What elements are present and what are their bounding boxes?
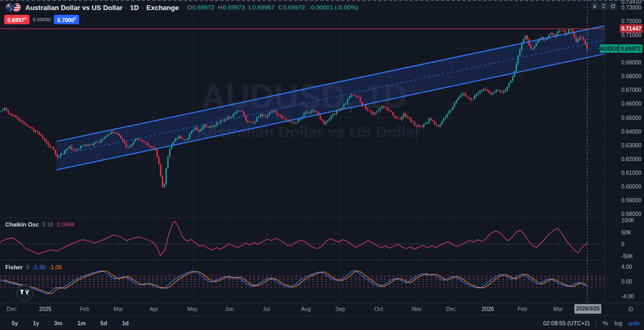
sell-price-button[interactable]: 0.69972 [4,15,30,24]
fisher-indicator-legend[interactable]: Fisher 9 -1.30 -1.05 [5,264,62,270]
low-value: 0.69967 [253,4,275,11]
chaikin-value: 3.046K [56,221,75,228]
price-axis-label: 0.62000 [621,156,641,162]
time-axis-label: Feb [80,306,89,312]
percent-scale-button[interactable]: % [603,320,608,326]
fisher-line [0,270,587,294]
clock[interactable]: 02:08:55 (UTC+2) [543,320,590,326]
time-axis-label: Aug [301,306,311,312]
range-button-5d[interactable]: 5d [93,319,114,327]
fisher-axis-label: 4.00 [621,263,632,270]
fisher-trigger-line [4,271,586,294]
time-axis-label: 2025 [39,306,51,312]
chaikin-name: Chaikin Osc [5,221,39,228]
chart-header: Australian Dollar vs US Dollar · 1D · Ex… [5,3,358,12]
open-value: 0.69972 [193,4,215,11]
spread-value: 0.00030 [33,16,51,22]
chaikin-axis-label: 50K [621,229,631,235]
reset-chart-button[interactable] [609,2,617,10]
chaikin-params: 3 10 [42,221,53,228]
range-button-1m[interactable]: 1m [70,319,93,327]
time-axis-label: Oct [374,306,383,312]
time-axis-label: Apr [150,306,158,312]
timeframe-label[interactable]: 1D [130,4,139,12]
fisher-axis-label: -4.00 [621,293,634,299]
exchange-label[interactable]: Exchange [147,4,179,12]
crosshair-date-label: 2026/3/25 [574,304,601,314]
range-button-5y[interactable]: 5y [4,319,25,327]
time-axis-label: Jun [225,306,234,312]
price-axis-label: 0.68000 [621,73,641,79]
tradingview-chart-window: AUDUSD, 1DAustralian Dollar vs US Dollar… [0,0,644,330]
maximize-pane-button[interactable] [600,2,608,10]
buy-price-button[interactable]: 0.70002 [54,15,79,24]
time-axis-label: Mar [553,306,563,312]
price-axis-label: 0.64000 [621,128,641,135]
price-axis-label: 0.63000 [621,142,641,148]
low-label: L [248,4,252,11]
chaikin-axis-label: 100K [621,217,635,223]
chaikin-indicator-legend[interactable]: Chaikin Osc 3 10 3.046K [5,221,75,228]
high-label: H [218,4,223,11]
time-axis-label: Dec [446,306,456,312]
price-axis-label: 0.61000 [621,169,641,176]
close-label: C [278,4,282,11]
last-price-label: 0.69972 [619,44,642,53]
symbol-title[interactable]: Australian Dollar vs US Dollar [25,4,122,12]
chaikin-axis-label: 0 [621,241,624,247]
time-axis-label: Sep [335,306,345,312]
price-axis-label: 0.69000 [621,59,641,65]
time-axis-label: Mar [113,306,123,312]
tradingview-logo-glyph [20,289,30,297]
toolbar-right: 02:08:55 (UTC+2) % log auto [543,319,640,327]
close-value: 0.69972 [283,4,305,11]
toolbar-divider [596,319,597,327]
chart-plot-area[interactable]: AUDUSD, 1DAustralian Dollar vs US Dollar [0,0,644,303]
price-axis-label: 0.59000 [621,197,641,203]
price-axis-label: 0.73000 [621,4,641,11]
alert-price-label[interactable]: 0.71447 [620,24,643,33]
price-axis-label: 0.60000 [621,183,641,190]
chaikin-line [0,221,587,255]
title-separator: · [125,4,127,12]
title-separator: · [141,4,143,12]
time-axis-label: May [187,306,198,312]
fisher-value: -1.30 [32,264,45,270]
price-axis-label: 0.58000 [621,211,641,217]
time-axis-label: Nov [412,306,422,312]
range-button-1y[interactable]: 1y [25,319,46,327]
time-axis-label: 2026 [482,306,494,312]
date-range-buttons: 5y1y3m1m5d1d [4,319,136,327]
open-label: O [187,4,192,11]
fisher-axis-label: 0.00 [621,278,632,285]
time-axis-settings-gear-icon[interactable]: ⚙ [628,305,634,313]
fisher-name: Fisher [5,264,23,270]
log-scale-button[interactable]: log [614,320,622,326]
chaikin-axis-label: -50K [621,253,633,259]
time-axis-label: Jul [263,306,270,312]
last-price-symbol-label: AUDUSD [600,44,619,53]
pane-control-buttons [591,2,617,10]
bottom-toolbar: 5y1y3m1m5d1d 02:08:55 (UTC+2) % log auto [0,315,644,330]
fisher-params: 9 [26,264,29,270]
bid-ask-badges: 0.69972 0.00030 0.70002 [4,15,79,24]
price-axis-label: 0.72000 [621,18,641,24]
time-axis-label: Dec [7,306,17,312]
change-value: -0.00001 (-0.00%) [309,4,358,11]
fisher-trigger-value: -1.05 [49,264,62,270]
price-axis-label: 0.67000 [621,87,641,93]
price-axis[interactable]: 0.734100.730000.720000.710000.690000.680… [604,0,644,303]
range-button-3m[interactable]: 3m [47,319,70,327]
time-axis-label: Feb [517,306,527,312]
high-value: 0.69973 [223,4,245,11]
auto-scale-button[interactable]: auto [629,320,640,326]
price-axis-label: 0.66000 [621,100,641,107]
tradingview-logo[interactable] [16,285,33,301]
ohlc-readout: O0.69972 H0.69973 L0.69967 C0.69972 [187,4,305,11]
time-axis[interactable]: Dec2025FebMarAprMayJunJulAugSepOctNovDec… [0,303,644,315]
range-button-1d[interactable]: 1d [114,319,136,327]
move-pane-down-button[interactable] [591,2,599,10]
symbol-flag-icon [5,3,22,12]
price-axis-label: 0.65000 [621,115,641,121]
